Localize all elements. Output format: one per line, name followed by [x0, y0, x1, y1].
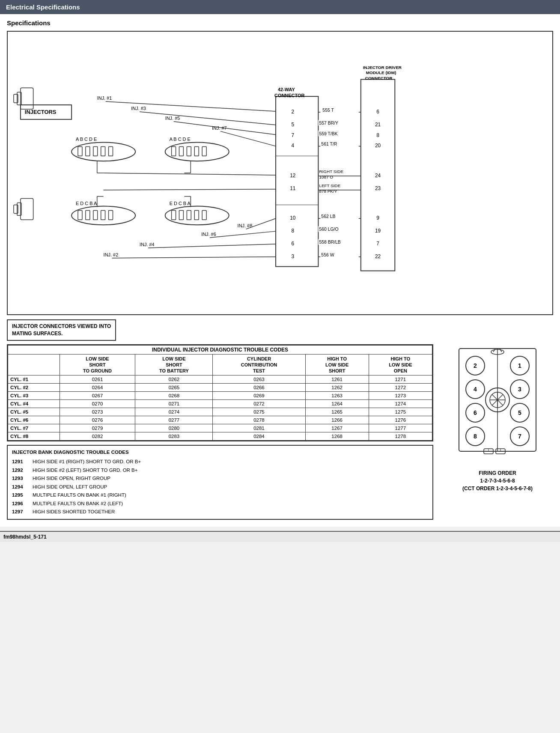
header-bar: Electrical Specifications [0, 0, 560, 14]
table-row: CYL. #402700271027212641274 [8, 400, 432, 408]
svg-rect-32 [109, 210, 113, 220]
svg-rect-8 [86, 146, 90, 156]
svg-text:555 T: 555 T [322, 108, 334, 113]
svg-text:9: 9 [376, 215, 379, 221]
svg-text:6: 6 [474, 409, 477, 416]
svg-rect-10 [101, 146, 105, 156]
col-header-lssb: LOW SIDESHORTTO BATTERY [135, 354, 213, 375]
svg-text:562 LB: 562 LB [321, 214, 335, 219]
section-title: Specifications [7, 19, 553, 27]
svg-text:6: 6 [376, 109, 379, 115]
svg-rect-39 [187, 210, 191, 220]
col-header-lssg: LOW SIDESHORTTO GROUND [60, 354, 135, 375]
svg-line-116 [112, 257, 276, 258]
table-row: CYL. #302670268026912631273 [8, 392, 432, 400]
svg-text:3: 3 [518, 386, 521, 393]
col-header-hlso: HIGH TOLOW SIDEOPEN [369, 354, 432, 375]
svg-text:8: 8 [291, 228, 294, 234]
diag-table-wrapper: INDIVIDUAL INJECTOR DIAGNOSTIC TROUBLE C… [7, 344, 433, 442]
svg-line-112 [210, 231, 276, 238]
svg-text:556 W: 556 W [321, 253, 334, 257]
firing-order-diagram: 2 4 6 8 1 3 5 7 [446, 344, 549, 464]
svg-rect-44 [276, 96, 318, 266]
svg-rect-18 [187, 146, 191, 156]
svg-rect-31 [101, 210, 105, 220]
svg-text:CONNECTOR: CONNECTOR [274, 93, 304, 98]
svg-rect-28 [78, 210, 82, 220]
svg-text:RIGHT SIDE: RIGHT SIDE [319, 169, 343, 174]
svg-text:4: 4 [474, 386, 477, 393]
svg-text:560 LG/O: 560 LG/O [319, 227, 338, 232]
svg-rect-16 [172, 146, 176, 156]
bank-code-row: 1291HIGH SIDE #1 (RIGHT) SHORT TO GRD. O… [12, 458, 428, 466]
wiring-diagram: INJECTORS A B C D E [12, 36, 548, 310]
svg-rect-20 [202, 146, 206, 156]
svg-text:A  B  C  D  E: A B C D E [76, 137, 97, 142]
svg-rect-11 [109, 146, 113, 156]
connector-note-box: INJECTOR CONNECTORS VIEWED INTO MATING S… [7, 319, 116, 341]
svg-text:1: 1 [518, 362, 521, 369]
table-row: CYL. #202640265026612621272 [8, 384, 432, 392]
connector-note-line1: INJECTOR CONNECTORS VIEWED INTO [12, 323, 111, 329]
col-header-cct: CYLINDERCONTRIBUTIONTEST [213, 354, 305, 375]
svg-rect-23 [21, 199, 33, 220]
svg-text:INJECTORS: INJECTORS [25, 109, 57, 115]
svg-text:INJ. #2: INJ. #2 [104, 252, 119, 257]
diag-table-title: INDIVIDUAL INJECTOR DIAGNOSTIC TROUBLE C… [8, 345, 432, 354]
svg-text:42-WAY: 42-WAY [278, 87, 295, 92]
svg-rect-37 [172, 210, 176, 220]
svg-text:E  D  C  B  A: E D C B A [76, 201, 97, 206]
svg-text:LEFT SIDE: LEFT SIDE [319, 183, 340, 188]
svg-rect-19 [194, 146, 199, 156]
main-diagram-box: INJECTORS A B C D E [7, 31, 553, 315]
svg-line-118 [104, 189, 276, 190]
connector-note-line2: MATING SURFACES. [12, 331, 63, 337]
svg-text:19: 19 [375, 228, 381, 234]
table-row: CYL. #502730274027512651275 [8, 408, 432, 416]
svg-text:INJECTOR DRIVER: INJECTOR DRIVER [363, 65, 402, 70]
table-row: CYL. #102610262026312611271 [8, 375, 432, 384]
svg-text:557 BR/Y: 557 BR/Y [319, 121, 338, 125]
svg-point-26 [71, 206, 135, 225]
svg-text:24: 24 [375, 173, 381, 179]
svg-text:878 PK/Y: 878 PK/Y [319, 189, 337, 194]
svg-text:21: 21 [375, 122, 381, 128]
svg-text:MODULE (IDM): MODULE (IDM) [366, 70, 396, 75]
svg-text:8: 8 [376, 132, 379, 138]
svg-rect-29 [86, 210, 90, 220]
svg-rect-41 [202, 210, 206, 220]
bank-code-row: 1294HIGH SIDE OPEN, LEFT GROUP [12, 483, 428, 492]
svg-text:2: 2 [474, 362, 477, 369]
svg-text:2: 2 [291, 109, 294, 115]
bank-code-row: 1296MULTIPLE FAULTS ON BANK #2 (LEFT) [12, 500, 428, 508]
firing-order-label: FIRING ORDER 1-2-7-3-4-5-6-8 (CCT ORDER … [442, 469, 553, 492]
bank-code-row: 1295MULTIPLE FAULTS ON BANK #1 (RIGHT) [12, 491, 428, 500]
firing-order-section: 2 4 6 8 1 3 5 7 [442, 344, 553, 492]
svg-text:561 T/R: 561 T/R [321, 142, 337, 146]
svg-point-5 [71, 142, 135, 161]
table-row: CYL. #602760277027812661276 [8, 416, 432, 424]
firing-sequence: 1-2-7-3-4-5-6-8 [442, 477, 553, 485]
table-row: CYL. #702790280028112671277 [8, 424, 432, 432]
svg-text:E  D  C  B  A: E D C B A [170, 201, 191, 206]
table-row: CYL. #802820283028412681278 [8, 432, 432, 441]
bank-codes-title: INJECTOR BANK DIAGNOSTIC TROUBLE CODES [12, 448, 428, 457]
diag-table: INDIVIDUAL INJECTOR DIAGNOSTIC TROUBLE C… [8, 345, 432, 441]
svg-rect-40 [194, 210, 199, 220]
svg-rect-7 [78, 146, 82, 156]
svg-text:INJ. #3: INJ. #3 [131, 106, 146, 111]
col-header-cyl [8, 354, 60, 375]
svg-text:6: 6 [291, 241, 294, 247]
svg-point-14 [165, 142, 229, 161]
firing-title: FIRING ORDER [442, 469, 553, 477]
svg-text:11: 11 [290, 185, 296, 191]
svg-text:1087 O: 1087 O [319, 175, 333, 179]
svg-point-35 [165, 206, 229, 225]
svg-text:8: 8 [474, 433, 477, 440]
svg-text:559 T/BK: 559 T/BK [319, 131, 337, 136]
svg-rect-30 [93, 210, 98, 220]
svg-text:7: 7 [376, 241, 379, 247]
svg-text:INJ. #1: INJ. #1 [97, 95, 112, 101]
bank-code-row: 1297HIGH SIDES SHORTED TOGETHER [12, 508, 428, 516]
svg-line-104 [140, 112, 276, 125]
